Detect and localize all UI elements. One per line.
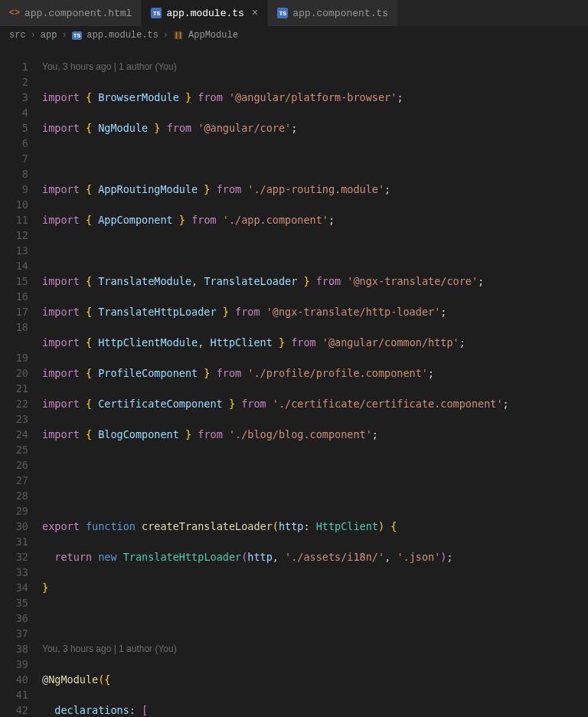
editor-tabs: <> app.component.html TS app.module.ts ×… [0,0,588,27]
tab-app-component-html[interactable]: <> app.component.html [0,0,142,26]
git-lens[interactable]: You, 3 hours ago | 1 author (You) [42,641,588,656]
ts-icon: TS [277,8,288,18]
chevron-right-icon: › [163,30,168,41]
tab-label: app.module.ts [166,8,243,19]
html-icon: <> [9,8,20,18]
crumb-symbol[interactable]: AppModule [188,30,238,41]
line-number-gutter: 1 2 3 4 5 6 7 8 9 10 11 12 13 14 15 16 1… [0,44,42,717]
crumb-app[interactable]: app [41,30,57,41]
tab-app-component-ts[interactable]: TS app.component.ts [268,0,398,26]
crumb-file[interactable]: app.module.ts [87,30,158,41]
git-lens[interactable]: You, 3 hours ago | 1 author (You) [42,59,588,74]
tab-label: app.component.html [24,8,132,19]
ts-icon: TS [72,31,83,40]
tab-label: app.component.ts [292,8,388,19]
module-icon [173,30,184,41]
chevron-right-icon: › [61,30,67,41]
code-content[interactable]: You, 3 hours ago | 1 author (You) import… [42,44,588,717]
breadcrumb: src › app › TS app.module.ts › AppModule [0,27,588,44]
code-editor[interactable]: 1 2 3 4 5 6 7 8 9 10 11 12 13 14 15 16 1… [0,44,588,717]
close-icon[interactable]: × [252,7,258,19]
ts-icon: TS [151,8,162,18]
tab-app-module-ts[interactable]: TS app.module.ts × [142,0,268,26]
chevron-right-icon: › [31,30,36,41]
crumb-src[interactable]: src [9,30,26,41]
